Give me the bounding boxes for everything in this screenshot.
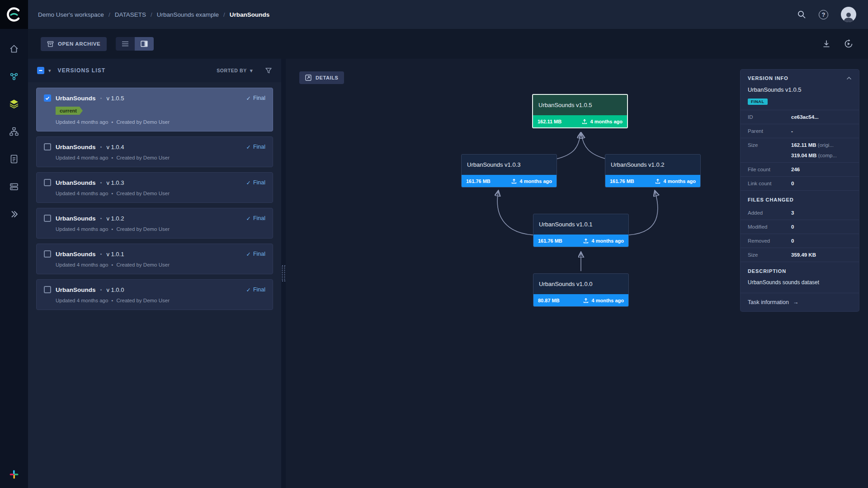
info-label: Link count — [748, 181, 791, 186]
node-size: 80.87 MB — [538, 298, 560, 303]
info-label: Size — [748, 142, 791, 148]
info-label: Removed — [748, 238, 791, 244]
slack-icon[interactable] — [9, 469, 19, 480]
version-card-v1-0-5[interactable]: UrbanSounds • v 1.0.5 ✓ Final current — [36, 88, 273, 131]
version-meta: Updated 4 months ago • Created by Demo U… — [56, 226, 265, 232]
main-row: OPEN ARCHIVE — [0, 29, 868, 488]
search-icon[interactable] — [797, 10, 806, 19]
home-icon[interactable] — [9, 43, 19, 54]
clearml-logo[interactable] — [0, 0, 28, 29]
graph-node-v1-0-2[interactable]: UrbanSounds v1.0.2 161.76 MB 4 months ag… — [605, 154, 701, 188]
panel-splitter[interactable] — [281, 59, 286, 488]
version-card-v1-0-0[interactable]: UrbanSounds • v 1.0.0 ✓ Final Updated 4 … — [36, 279, 273, 310]
version-checkbox[interactable] — [44, 143, 51, 150]
download-icon[interactable] — [822, 39, 831, 48]
version-card-v1-0-2[interactable]: UrbanSounds • v 1.0.2 ✓ Final Updated 4 … — [36, 208, 273, 239]
version-card-v1-0-3[interactable]: UrbanSounds • v 1.0.3 ✓ Final Updated 4 … — [36, 172, 273, 203]
info-value-main: - — [791, 128, 793, 134]
info-value: 0 — [791, 238, 852, 244]
info-row-modified: Modified 0 — [741, 220, 859, 234]
details-button[interactable]: DETAILS — [299, 71, 344, 84]
help-icon[interactable]: ? — [819, 10, 828, 19]
version-checkbox[interactable] — [44, 179, 51, 186]
reports-icon[interactable] — [9, 154, 19, 164]
info-label: Parent — [748, 128, 791, 134]
info-row-link-count: Link count 0 — [741, 177, 859, 191]
graph-node-v1-0-1[interactable]: UrbanSounds v1.0.1 161.76 MB 4 months ag… — [533, 214, 629, 247]
final-status: ✓ Final — [246, 251, 265, 258]
final-label: Final — [253, 179, 265, 186]
filter-icon[interactable] — [265, 67, 272, 74]
versions-panel-header: ▾ VERSIONS LIST SORTED BY ▾ — [28, 59, 281, 82]
workers-icon[interactable] — [9, 209, 19, 220]
datasets-icon[interactable] — [9, 99, 19, 109]
sorted-by-caret-icon: ▾ — [250, 68, 253, 74]
files-changed-title: FILES CHANGED — [741, 191, 859, 206]
select-all-caret-icon[interactable]: ▾ — [48, 68, 51, 74]
lineage-canvas[interactable]: DETAILS — [286, 59, 868, 488]
version-checkbox[interactable] — [44, 94, 51, 102]
node-size: 161.76 MB — [538, 238, 562, 244]
version-info-name: UrbanSounds v1.0.5 — [741, 85, 859, 97]
graph-node-v1-0-0[interactable]: UrbanSounds v1.0.0 80.87 MB 4 months ago — [533, 273, 629, 307]
version-info-title: VERSION INFO — [748, 75, 788, 81]
details-icon — [305, 75, 311, 81]
final-label: Final — [253, 215, 265, 221]
sorted-by-dropdown[interactable]: SORTED BY ▾ — [217, 68, 253, 74]
select-all-checkbox[interactable] — [37, 67, 44, 74]
info-label: File count — [748, 167, 791, 172]
breadcrumb-workspace[interactable]: Demo User's workspace — [38, 11, 104, 18]
node-age-text: 4 months ago — [519, 178, 552, 184]
pipelines-icon[interactable] — [9, 126, 19, 137]
final-status: ✓ Final — [246, 179, 265, 186]
autorefresh-icon[interactable] — [844, 39, 854, 49]
task-information-link[interactable]: Task information → — [741, 293, 859, 311]
upload-icon — [511, 178, 517, 184]
table-view-toggle[interactable] — [116, 37, 135, 51]
version-checkbox[interactable] — [44, 250, 51, 258]
breadcrumb-project[interactable]: UrbanSounds example — [157, 11, 219, 18]
body-row: ▾ VERSIONS LIST SORTED BY ▾ — [28, 59, 868, 488]
version-checkbox[interactable] — [44, 286, 51, 293]
node-age: 4 months ago — [583, 298, 624, 303]
final-status: ✓ Final — [246, 144, 265, 150]
node-title: UrbanSounds v1.0.2 — [605, 155, 700, 175]
projects-icon[interactable] — [9, 71, 19, 82]
check-icon: ✓ — [246, 144, 250, 150]
node-age-text: 4 months ago — [591, 298, 624, 303]
version-card-top: UrbanSounds • v 1.0.5 ✓ Final — [44, 94, 265, 102]
split-view-toggle[interactable] — [135, 37, 154, 51]
queues-icon[interactable] — [9, 181, 19, 192]
version-name: UrbanSounds — [56, 95, 96, 102]
graph-node-v1-0-3[interactable]: UrbanSounds v1.0.3 161.76 MB 4 months ag… — [461, 154, 557, 188]
open-archive-button[interactable]: OPEN ARCHIVE — [41, 37, 107, 51]
node-title: UrbanSounds v1.0.3 — [462, 155, 557, 175]
version-card-v1-0-4[interactable]: UrbanSounds • v 1.0.4 ✓ Final Updated 4 … — [36, 136, 273, 167]
updated-text: Updated 4 months ago — [56, 119, 108, 125]
dot-separator: • — [111, 119, 113, 125]
node-footer: 161.76 MB 4 months ago — [533, 235, 628, 247]
breadcrumb: Demo User's workspace / DATASETS / Urban… — [38, 11, 269, 18]
info-value: 0 — [791, 224, 852, 230]
left-nav-rail — [0, 29, 28, 488]
graph-node-v1-0-5[interactable]: UrbanSounds v1.0.5 162.11 MB 4 months ag… — [532, 94, 628, 128]
breadcrumb-separator: / — [151, 11, 152, 18]
avatar[interactable] — [841, 7, 856, 22]
tag-row: current — [56, 106, 265, 115]
upload-icon — [582, 119, 587, 124]
final-label: Final — [253, 286, 265, 293]
creator-text: Created by Demo User — [116, 262, 170, 267]
collapse-chevron-icon[interactable] — [846, 76, 852, 80]
breadcrumb-datasets[interactable]: DATASETS — [115, 11, 146, 18]
breadcrumb-separator: / — [223, 11, 225, 18]
version-name: UrbanSounds — [56, 179, 96, 186]
final-label: Final — [253, 251, 265, 257]
versions-panel: ▾ VERSIONS LIST SORTED BY ▾ — [28, 59, 281, 488]
version-checkbox[interactable] — [44, 215, 51, 222]
check-icon: ✓ — [246, 286, 250, 293]
version-name: UrbanSounds — [56, 144, 96, 150]
version-card-v1-0-1[interactable]: UrbanSounds • v 1.0.1 ✓ Final Updated 4 … — [36, 244, 273, 274]
version-info-panel: VERSION INFO UrbanSounds v1.0.5 FINAL ID… — [741, 70, 859, 311]
version-number: v 1.0.1 — [106, 251, 124, 258]
version-name: UrbanSounds — [56, 251, 96, 258]
